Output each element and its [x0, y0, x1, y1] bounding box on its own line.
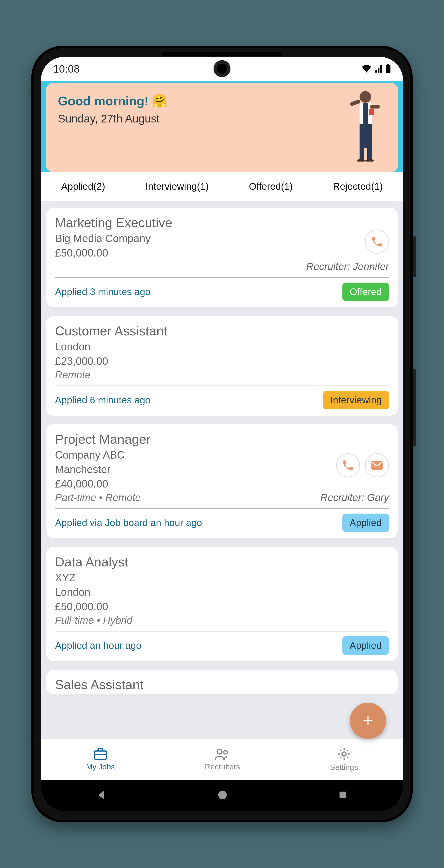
tab-rejected[interactable]: Rejected(1): [333, 181, 383, 192]
job-list[interactable]: Marketing Executive Big Media Company £5…: [41, 201, 403, 811]
divider: [55, 385, 389, 386]
status-pill-applied[interactable]: Applied: [343, 514, 389, 532]
nav-recruiters[interactable]: Recruiters: [205, 747, 240, 771]
job-title: Marketing Executive: [55, 215, 389, 230]
people-icon: [215, 747, 230, 761]
job-salary: £50,000.00: [55, 600, 389, 613]
job-card[interactable]: Project Manager Company ABC Manchester £…: [46, 424, 398, 538]
job-work-mode: Part-time • Remote: [55, 492, 141, 503]
divider: [55, 508, 389, 509]
nav-my-jobs[interactable]: My Jobs: [86, 747, 115, 771]
add-job-fab[interactable]: [350, 703, 386, 739]
android-back-button[interactable]: [96, 789, 107, 801]
job-salary: £40,000.00: [55, 478, 389, 490]
applied-timestamp: Applied via Job board an hour ago: [55, 518, 202, 528]
svg-rect-20: [339, 792, 346, 798]
side-button-power: [413, 236, 416, 277]
hug-emoji-icon: 🤗: [152, 94, 168, 108]
contact-icons: [336, 453, 389, 477]
svg-rect-0: [386, 65, 390, 73]
tab-applied[interactable]: Applied(2): [61, 181, 105, 192]
job-work-mode: Remote: [55, 369, 389, 381]
greeting-card: Good morning! 🤗 Sunday, 27th August: [46, 83, 398, 172]
nav-label: Recruiters: [205, 763, 240, 771]
job-title: Customer Assistant: [55, 323, 389, 338]
svg-point-16: [217, 749, 222, 754]
svg-point-9: [365, 159, 374, 161]
signal-icon: [374, 64, 383, 73]
job-company: Big Media Company: [55, 232, 389, 245]
screen: 10:08 Good morning! 🤗 Sunday,: [41, 57, 403, 811]
greeting-date: Sunday, 27th August: [58, 112, 386, 125]
greeting-title: Good morning! 🤗: [58, 94, 386, 108]
job-location: London: [55, 341, 389, 353]
svg-rect-5: [359, 124, 372, 148]
status-time: 10:08: [53, 63, 80, 75]
job-card[interactable]: Marketing Executive Big Media Company £5…: [46, 208, 398, 307]
mail-button[interactable]: [365, 453, 389, 477]
divider: [55, 631, 389, 631]
filter-tabs: Applied(2) Interviewing(1) Offered(1) Re…: [41, 172, 403, 201]
android-nav-bar: [41, 780, 403, 811]
svg-rect-6: [359, 147, 364, 161]
battery-icon: [386, 64, 391, 74]
front-camera: [213, 60, 231, 77]
nav-label: Settings: [330, 763, 358, 772]
svg-point-18: [342, 752, 346, 756]
divider: [55, 277, 389, 278]
status-pill-applied[interactable]: Applied: [343, 636, 389, 655]
job-card[interactable]: Data Analyst XYZ London £50,000.00 Full-…: [46, 547, 398, 661]
phone-icon: [371, 235, 383, 248]
android-recents-button[interactable]: [338, 790, 348, 801]
status-icons: [361, 64, 391, 74]
android-home-button[interactable]: [217, 789, 228, 801]
job-company: XYZ: [55, 572, 389, 584]
recruiter-label: Recruiter: Jennifer: [306, 261, 389, 273]
svg-point-17: [224, 750, 227, 754]
header-strip: Good morning! 🤗 Sunday, 27th August: [41, 80, 403, 172]
job-salary: £23,000.00: [55, 355, 389, 367]
status-pill-interviewing[interactable]: Interviewing: [323, 391, 389, 409]
phone-icon: [342, 459, 354, 472]
status-pill-offered[interactable]: Offered: [343, 283, 389, 301]
job-title: Project Manager: [55, 432, 389, 446]
plus-icon: [361, 714, 375, 727]
phone-button[interactable]: [365, 229, 389, 254]
job-card[interactable]: Sales Assistant: [46, 670, 398, 694]
mail-icon: [371, 460, 383, 470]
svg-rect-10: [350, 99, 361, 106]
svg-rect-7: [367, 147, 372, 161]
phone-button[interactable]: [336, 453, 360, 477]
nav-label: My Jobs: [86, 763, 115, 771]
gear-icon: [337, 747, 351, 761]
job-salary: £50,000.00: [55, 247, 389, 259]
job-title: Data Analyst: [55, 554, 389, 569]
svg-rect-4: [363, 103, 368, 124]
applied-timestamp: Applied 6 minutes ago: [55, 395, 151, 406]
svg-point-2: [359, 91, 371, 103]
bottom-nav: My Jobs Recruiters Settings: [41, 739, 403, 780]
recruiter-label: Recruiter: Gary: [320, 492, 389, 503]
nav-settings[interactable]: Settings: [330, 747, 358, 772]
side-button-volume: [413, 369, 416, 446]
svg-rect-14: [95, 751, 107, 759]
svg-point-19: [218, 790, 227, 799]
job-title: Sales Assistant: [55, 677, 389, 692]
person-illustration: [345, 89, 384, 161]
phone-frame: 10:08 Good morning! 🤗 Sunday,: [31, 46, 413, 822]
wifi-icon: [361, 64, 372, 73]
applied-timestamp: Applied 3 minutes ago: [55, 286, 151, 297]
svg-rect-1: [387, 64, 389, 66]
tab-offered[interactable]: Offered(1): [249, 181, 293, 192]
job-work-mode: Full-time • Hybrid: [55, 615, 389, 626]
greeting-text: Good morning!: [58, 94, 148, 108]
svg-rect-12: [370, 105, 380, 108]
contact-icons: [365, 229, 389, 254]
tab-interviewing[interactable]: Interviewing(1): [145, 181, 208, 192]
svg-rect-11: [369, 108, 374, 115]
applied-timestamp: Applied an hour ago: [55, 640, 141, 651]
job-location: London: [55, 586, 389, 598]
briefcase-icon: [93, 747, 108, 761]
speaker-notch: [162, 52, 282, 56]
job-card[interactable]: Customer Assistant London £23,000.00 Rem…: [46, 316, 398, 416]
